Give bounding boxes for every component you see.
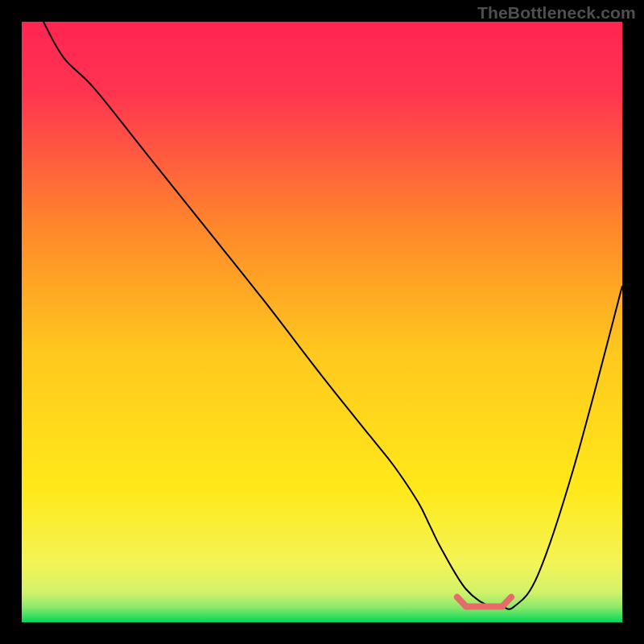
bottleneck-chart (0, 0, 644, 644)
plot-background (22, 22, 622, 622)
chart-container: TheBottleneck.com (0, 0, 644, 644)
watermark-text: TheBottleneck.com (477, 3, 636, 23)
